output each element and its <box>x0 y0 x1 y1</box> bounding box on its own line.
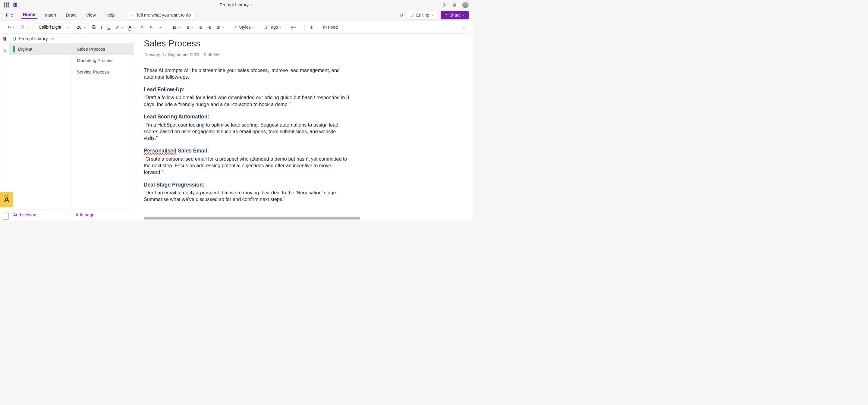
page-list: Sales Process Marketing Process Service … <box>71 43 134 221</box>
chevron-down-icon <box>250 4 253 6</box>
page-item[interactable]: Marketing Process <box>71 55 133 66</box>
menu-insert[interactable]: Insert <box>43 12 58 19</box>
chevron-down-icon <box>462 14 465 17</box>
content-heading: Personalised Sales Email: <box>144 147 350 154</box>
svg-text:3: 3 <box>186 28 187 29</box>
paragraph: “I’m a HubSpot user looking to optimise … <box>144 122 350 142</box>
menu-file[interactable]: File <box>4 12 15 19</box>
paragraph: “Create a personalised email for a prosp… <box>144 155 350 176</box>
sync-status-icon[interactable] <box>399 13 404 18</box>
svg-point-11 <box>173 28 174 29</box>
chevron-down-icon <box>50 36 54 41</box>
page-meta: Tuesday, 17 September 2024 9:58 AM <box>144 52 463 57</box>
onenote-icon: N <box>13 2 17 7</box>
menu-help[interactable]: Help <box>104 12 117 19</box>
svg-point-9 <box>173 26 174 27</box>
page-title[interactable]: Sales Process <box>144 38 222 50</box>
tell-me-placeholder: Tell me what you want to do <box>136 13 191 18</box>
content-heading: Lead Scoring Automation: <box>144 113 350 121</box>
undo-button[interactable] <box>6 24 17 30</box>
paragraph: These AI prompts will help streamline yo… <box>144 67 350 81</box>
svg-rect-17 <box>311 26 312 28</box>
underline-button[interactable]: U <box>106 24 112 31</box>
search-icon[interactable] <box>2 48 7 53</box>
menu-view[interactable]: View <box>84 12 98 19</box>
numbering-button[interactable]: 123 <box>184 24 195 30</box>
page-item[interactable]: Sales Process <box>71 43 133 55</box>
page-item[interactable]: Service Process <box>71 66 133 78</box>
dictate-button[interactable] <box>308 24 315 30</box>
tell-me-search[interactable]: Tell me what you want to do <box>127 11 195 20</box>
more-formatting-button[interactable]: ⋯ <box>157 24 164 31</box>
horizontal-scrollbar[interactable] <box>144 217 361 220</box>
share-button[interactable]: Share <box>441 11 469 19</box>
spelling-button[interactable]: abc <box>290 24 301 31</box>
paragraph: “Draft an email to notify a prospect tha… <box>144 190 350 203</box>
ribbon-expand-button[interactable] <box>461 25 467 30</box>
svg-rect-21 <box>13 37 14 40</box>
align-button[interactable] <box>215 24 226 30</box>
user-avatar[interactable] <box>462 1 469 8</box>
pencil-icon <box>411 13 414 17</box>
app-launcher-icon[interactable] <box>4 2 9 7</box>
section-label: DigiKat <box>18 46 32 52</box>
lightbulb-icon <box>130 13 134 17</box>
paragraph: “Draft a follow-up email for a lead who … <box>144 94 350 107</box>
paste-button[interactable] <box>19 24 29 30</box>
svg-text:A: A <box>234 26 236 29</box>
feed-button[interactable]: Feed <box>321 24 339 31</box>
menu-bar: File Home Insert Draw View Help Tell me … <box>0 10 472 21</box>
notebook-title[interactable]: Prompt Library <box>220 2 253 7</box>
svg-point-10 <box>173 27 174 27</box>
italic-button[interactable]: I <box>99 24 104 31</box>
font-color-button[interactable]: A <box>127 24 136 31</box>
bullets-button[interactable] <box>171 24 182 30</box>
styles-button[interactable]: A Styles <box>232 24 255 31</box>
section-color-tab <box>13 46 15 52</box>
page-date: Tuesday, 17 September 2024 <box>144 52 199 57</box>
accessibility-badge[interactable]: A <box>0 192 13 207</box>
notifications-icon[interactable] <box>453 2 457 7</box>
title-bar: N Prompt Library <box>0 0 472 10</box>
indent-button[interactable] <box>206 24 213 30</box>
svg-point-4 <box>402 15 403 17</box>
section-item[interactable]: DigiKat <box>9 43 71 55</box>
outdent-button[interactable] <box>197 24 204 30</box>
ribbon-toolbar: Calibri Light 20 B I U A A ⋯ 123 A <box>2 21 471 33</box>
add-page-button[interactable]: Add page <box>71 210 133 221</box>
font-size-select[interactable]: 20 <box>74 23 89 31</box>
clear-formatting-button[interactable] <box>138 24 146 30</box>
page-time: 9:58 AM <box>204 52 220 57</box>
notebook-icon <box>12 36 16 41</box>
chevron-down-icon <box>431 14 434 17</box>
svg-rect-7 <box>116 29 119 29</box>
font-name-select[interactable]: Calibri Light <box>36 23 72 31</box>
svg-text:N: N <box>13 4 15 6</box>
content-heading: Deal Stage Progression: <box>144 181 350 188</box>
tags-button[interactable]: Tags <box>262 24 283 31</box>
content-heading: Lead Follow-Up: <box>144 86 350 93</box>
bold-button[interactable]: B <box>91 24 97 31</box>
notebook-selector[interactable]: Prompt Library <box>9 34 134 43</box>
settings-icon[interactable] <box>442 2 447 7</box>
svg-point-3 <box>444 4 445 5</box>
menu-home[interactable]: Home <box>21 11 37 19</box>
page-canvas[interactable]: Sales Process Tuesday, 17 September 2024… <box>134 34 472 221</box>
section-list: DigiKat Add section <box>9 43 71 221</box>
mobile-icon[interactable] <box>3 213 9 220</box>
add-section-button[interactable]: Add section <box>9 210 71 221</box>
svg-rect-20 <box>13 37 16 40</box>
share-icon <box>444 13 448 17</box>
editing-mode-button[interactable]: Editing <box>407 11 437 20</box>
menu-draw[interactable]: Draw <box>64 12 78 19</box>
notebooks-icon[interactable] <box>2 36 7 41</box>
highlight-button[interactable] <box>114 24 125 30</box>
format-painter-button[interactable]: A <box>148 24 155 30</box>
notebook-name: Prompt Library <box>19 36 48 41</box>
svg-point-19 <box>3 49 5 52</box>
page-body[interactable]: These AI prompts will help streamline yo… <box>144 67 350 203</box>
